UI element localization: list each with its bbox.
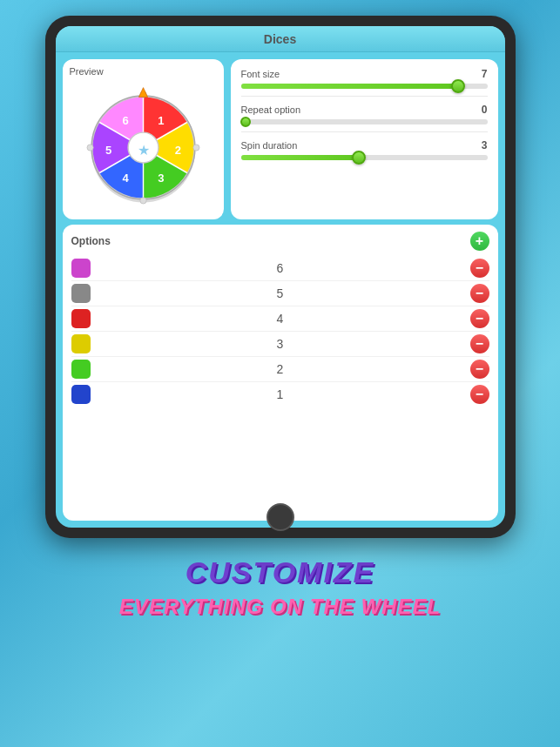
everything-subheading: EVERYTHING ON THE WHEEL [119,595,441,619]
top-row: Preview [63,59,498,219]
font-size-value: 7 [482,68,488,80]
option-value-3: 4 [98,312,463,326]
options-header: Options + [71,232,489,251]
list-item: 5 − [71,281,489,306]
remove-option-button-4[interactable]: − [470,334,489,353]
wheel-svg: 1 2 3 4 5 6 ★ [80,84,206,211]
options-title: Options [71,235,111,247]
color-swatch-5 [71,360,91,379]
repeat-option-header: Repeat option 0 [241,104,488,116]
bottom-text: CUSTOMIZE EVERYTHING ON THE WHEEL [119,555,441,619]
svg-text:2: 2 [174,143,180,156]
svg-text:6: 6 [122,113,128,126]
svg-point-18 [86,144,92,150]
spin-duration-value: 3 [482,139,488,151]
list-item: 2 − [71,357,489,382]
svg-text:4: 4 [122,172,129,185]
preview-label: Preview [70,66,217,77]
repeat-option-label: Repeat option [241,104,301,115]
option-value-1: 6 [98,261,463,275]
title-bar: Dices [56,26,505,52]
remove-option-button-6[interactable]: − [470,385,489,404]
add-option-button[interactable]: + [470,232,489,251]
color-swatch-3 [71,309,91,328]
font-size-header: Font size 7 [241,68,488,80]
home-button[interactable] [267,503,294,531]
content-area: Preview [56,52,505,528]
svg-point-17 [139,197,145,203]
option-value-5: 2 [98,362,463,376]
option-value-4: 3 [98,337,463,351]
svg-text:3: 3 [158,172,164,185]
svg-point-19 [192,144,199,150]
font-size-slider[interactable] [241,84,488,89]
spin-duration-header: Spin duration 3 [241,139,488,151]
options-panel: Options + 6 − 5 − 4 − [63,225,498,521]
tablet-screen: Dices Preview [56,26,505,528]
color-swatch-2 [71,284,91,303]
customize-heading: CUSTOMIZE [119,555,441,589]
repeat-option-control: Repeat option 0 [241,104,488,124]
font-size-control: Font size 7 [241,68,488,89]
spin-duration-slider[interactable] [241,155,488,160]
svg-marker-20 [138,87,147,97]
svg-text:1: 1 [158,113,164,126]
list-item: 3 − [71,332,489,357]
page-title: Dices [264,32,296,46]
repeat-option-value: 0 [482,104,488,116]
list-item: 1 − [71,382,489,407]
remove-option-button-3[interactable]: − [470,309,489,328]
wheel-container: 1 2 3 4 5 6 ★ [70,82,217,212]
svg-text:5: 5 [105,143,111,156]
divider-1 [241,96,488,97]
list-item: 4 − [71,306,489,332]
spin-duration-label: Spin duration [241,140,298,151]
controls-panel: Font size 7 Repeat option 0 [231,59,498,219]
color-swatch-6 [71,385,91,404]
remove-option-button-1[interactable]: − [470,259,489,278]
remove-option-button-2[interactable]: − [470,284,489,303]
spin-duration-control: Spin duration 3 [241,139,488,160]
font-size-label: Font size [241,69,280,79]
option-value-6: 1 [98,387,463,401]
list-item: 6 − [71,256,489,281]
color-swatch-4 [71,334,91,353]
preview-panel: Preview [63,59,224,219]
repeat-option-slider[interactable] [241,119,488,124]
option-value-2: 5 [98,286,463,300]
remove-option-button-5[interactable]: − [470,360,489,379]
divider-2 [241,131,488,132]
svg-text:★: ★ [137,143,149,158]
tablet-frame: Dices Preview [45,16,516,538]
color-swatch-1 [71,259,91,278]
